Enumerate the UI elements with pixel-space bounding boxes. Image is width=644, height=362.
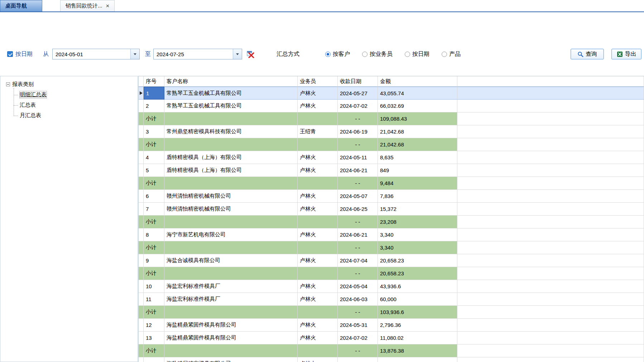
export-button[interactable]: 导出 xyxy=(611,49,641,59)
column-header-2[interactable]: 客户名称 xyxy=(164,76,298,87)
subtotal-row[interactable]: 小计- -21,042.68 xyxy=(139,138,644,151)
salesperson-cell[interactable]: 卢林火 xyxy=(298,151,338,164)
table-row[interactable]: 10海盐宏利标准件模具厂卢林火2024-05-0443,936.6 xyxy=(139,280,644,293)
date-cell[interactable]: 2024-05-11 xyxy=(338,151,378,164)
customer-cell[interactable]: 常熟琴工五金机械工具有限公司 xyxy=(164,87,298,100)
date-cell[interactable]: 2024-07-04 xyxy=(338,254,378,267)
amount-cell[interactable]: 43,055.74 xyxy=(378,87,457,100)
row-number-cell[interactable]: 6 xyxy=(144,190,164,203)
amount-cell[interactable]: 43,936.6 xyxy=(378,280,457,293)
salesperson-cell[interactable]: 卢林火 xyxy=(298,332,338,344)
salesperson-cell[interactable]: 卢林火 xyxy=(298,357,338,362)
salesperson-cell[interactable]: 王绍青 xyxy=(298,125,338,138)
column-header-3[interactable]: 业务员 xyxy=(298,76,338,87)
amount-cell[interactable]: 20,658.23 xyxy=(378,254,457,267)
customer-cell[interactable]: 盾特精密模具（上海）有限公司 xyxy=(164,164,298,177)
amount-cell[interactable]: 60,000 xyxy=(378,293,457,306)
salesperson-cell[interactable]: 卢林火 xyxy=(298,190,338,203)
summary-radio-2[interactable]: 按业务员 xyxy=(362,50,393,58)
sidebar-item-2[interactable]: 汇总表 xyxy=(14,100,138,110)
customer-cell[interactable]: 海盐精展精密模具有限公司 xyxy=(164,357,298,362)
summary-radio-1[interactable]: 按客户 xyxy=(325,50,350,58)
amount-cell[interactable]: 6,042.48 xyxy=(378,357,457,362)
row-number-cell[interactable]: 3 xyxy=(144,125,164,138)
salesperson-cell[interactable]: 卢林火 xyxy=(298,280,338,293)
summary-radio-4[interactable]: 产品 xyxy=(442,50,461,58)
customer-cell[interactable]: 海盐合诚模具有限公司 xyxy=(164,254,298,267)
sidebar-item-1[interactable]: 明细汇总表 xyxy=(14,90,138,100)
sidebar-item-3[interactable]: 月汇总表 xyxy=(14,110,138,121)
subtotal-row[interactable]: 小计- -13,876.38 xyxy=(139,344,644,357)
salesperson-cell[interactable]: 卢林火 xyxy=(298,228,338,241)
subtotal-row[interactable]: 小计- -20,658.23 xyxy=(139,267,644,280)
column-header-4[interactable]: 收款日期 xyxy=(338,76,378,87)
customer-cell[interactable]: 常州鼎坚精密模具科技有限公司 xyxy=(164,125,298,138)
table-row[interactable]: 11海盐宏利标准件模具厂卢林火2024-06-0360,000 xyxy=(139,293,644,306)
row-number-cell[interactable]: 1 xyxy=(144,87,164,100)
customer-cell[interactable]: 赣州清怡精密机械有限公司 xyxy=(164,190,298,203)
amount-cell[interactable]: 11,080.02 xyxy=(378,332,457,344)
radio-selected-icon[interactable] xyxy=(325,52,331,57)
salesperson-cell[interactable]: 卢林火 xyxy=(298,87,338,100)
table-row[interactable]: 5盾特精密模具（上海）有限公司卢林火2024-06-21849 xyxy=(139,164,644,177)
date-cell[interactable]: 2024-06-21 xyxy=(338,228,378,241)
table-row[interactable]: 9海盐合诚模具有限公司卢林火2024-07-0420,658.23 xyxy=(139,254,644,267)
customer-cell[interactable]: 海宁市新艺机电有限公司 xyxy=(164,228,298,241)
table-row[interactable]: 2常熟琴工五金机械工具有限公司卢林火2024-07-0266,032.69 xyxy=(139,100,644,112)
tree-collapse-icon[interactable] xyxy=(6,82,10,86)
subtotal-row[interactable]: 小计- -103,936.6 xyxy=(139,306,644,319)
date-cell[interactable]: 2024-05-04 xyxy=(338,280,378,293)
row-number-cell[interactable]: 10 xyxy=(144,280,164,293)
date-cell[interactable]: 2024-05-07 xyxy=(338,190,378,203)
customer-cell[interactable]: 赣州清怡精密机械有限公司 xyxy=(164,203,298,216)
date-cell[interactable]: 2024-06-19 xyxy=(338,125,378,138)
to-date-dropdown-button[interactable] xyxy=(233,49,242,59)
salesperson-cell[interactable]: 卢林火 xyxy=(298,319,338,332)
radio-icon[interactable] xyxy=(362,52,367,57)
customer-cell[interactable]: 海盐宏利标准件模具厂 xyxy=(164,280,298,293)
table-row[interactable]: 8海宁市新艺机电有限公司卢林火2024-06-213,340 xyxy=(139,228,644,241)
row-number-cell[interactable]: 8 xyxy=(144,228,164,241)
row-number-cell[interactable]: 5 xyxy=(144,164,164,177)
date-cell[interactable]: 2024-05-14 xyxy=(338,357,378,362)
row-number-cell[interactable]: 4 xyxy=(144,151,164,164)
amount-cell[interactable]: 3,340 xyxy=(378,228,457,241)
row-number-cell[interactable]: 7 xyxy=(144,203,164,216)
row-number-cell[interactable]: 12 xyxy=(144,319,164,332)
column-header-1[interactable]: 序号 xyxy=(144,76,164,87)
amount-cell[interactable]: 7,836 xyxy=(378,190,457,203)
from-date-dropdown-button[interactable] xyxy=(130,49,139,59)
row-number-cell[interactable]: 13 xyxy=(144,332,164,344)
query-button[interactable]: 查询 xyxy=(571,49,604,59)
to-date-combobox[interactable]: 2024-07-25 xyxy=(153,49,242,59)
salesperson-cell[interactable]: 卢林火 xyxy=(298,254,338,267)
close-tab-icon[interactable]: × xyxy=(106,3,110,9)
customer-cell[interactable]: 海盐宏利标准件模具厂 xyxy=(164,293,298,306)
clear-date-filter-icon[interactable] xyxy=(246,49,255,59)
table-row[interactable]: 14海盐精展精密模具有限公司卢林火2024-05-146,042.48 xyxy=(139,357,644,362)
subtotal-row[interactable]: 小计- -3,340 xyxy=(139,241,644,254)
amount-cell[interactable]: 15,372 xyxy=(378,203,457,216)
date-cell[interactable]: 2024-07-02 xyxy=(338,332,378,344)
amount-cell[interactable]: 21,042.68 xyxy=(378,125,457,138)
column-header-5[interactable]: 金额 xyxy=(378,76,457,87)
date-cell[interactable]: 2024-06-25 xyxy=(338,203,378,216)
table-row[interactable]: 4盾特精密模具（上海）有限公司卢林火2024-05-118,635 xyxy=(139,151,644,164)
row-number-cell[interactable]: 9 xyxy=(144,254,164,267)
checkbox-checked-icon[interactable] xyxy=(7,51,13,57)
table-row[interactable]: 6赣州清怡精密机械有限公司卢林火2024-05-077,836 xyxy=(139,190,644,203)
from-date-combobox[interactable]: 2024-05-01 xyxy=(52,49,140,59)
table-row[interactable]: 1常熟琴工五金机械工具有限公司卢林火2024-05-2743,055.74 xyxy=(139,87,644,100)
summary-radio-3[interactable]: 按日期 xyxy=(405,50,429,58)
date-cell[interactable]: 2024-05-31 xyxy=(338,319,378,332)
subtotal-row[interactable]: 小计- -9,484 xyxy=(139,177,644,190)
tab-desktop-navigation[interactable]: 桌面导航 xyxy=(0,0,42,11)
date-cell[interactable]: 2024-06-03 xyxy=(338,293,378,306)
radio-icon[interactable] xyxy=(442,52,447,57)
by-date-checkbox[interactable]: 按日期 xyxy=(7,49,33,59)
sidebar-root-report-category[interactable]: 报表类别 xyxy=(6,79,138,90)
row-number-cell[interactable]: 2 xyxy=(144,100,164,112)
amount-cell[interactable]: 8,635 xyxy=(378,151,457,164)
date-cell[interactable]: 2024-05-27 xyxy=(338,87,378,100)
table-row[interactable]: 12海盐精鼎紧固件模具有限公司卢林火2024-05-312,796.36 xyxy=(139,319,644,332)
